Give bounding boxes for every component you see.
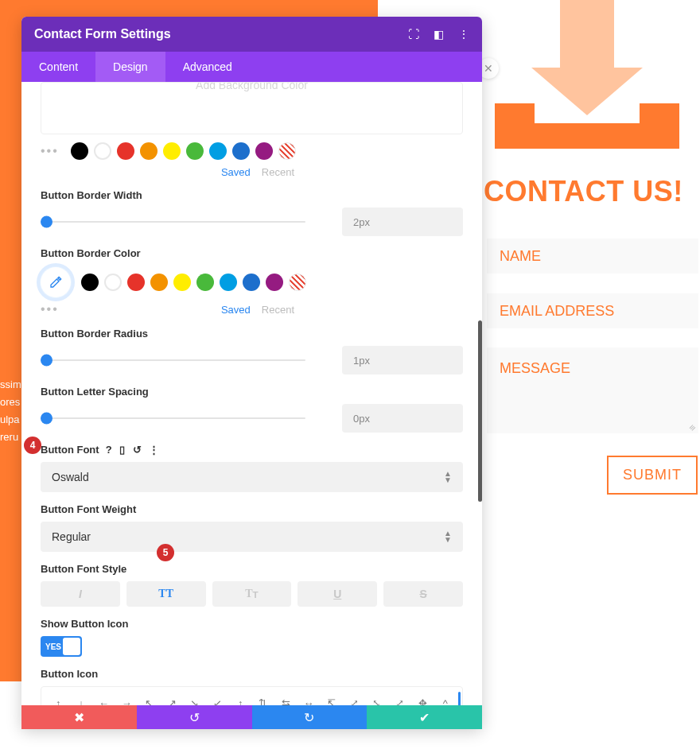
border-radius-slider[interactable] [41,352,305,368]
swatch-orange[interactable] [140,142,158,160]
cancel-button[interactable]: ✖ [21,705,137,729]
swatch-purple[interactable] [266,274,283,291]
label-font-weight: Button Font Weight [41,503,463,515]
swatch-yellow[interactable] [163,142,181,160]
label-button-icon: Button Icon [41,668,463,680]
message-field[interactable]: MESSAGE≡ [487,347,698,433]
label-border-color: Button Border Color [41,247,463,259]
callout-badge-5: 5 [157,544,174,561]
modal-tabs: Content Design Advanced [21,52,482,82]
underline-button[interactable]: U [298,581,377,607]
smallcaps-button[interactable]: TT [212,581,292,607]
options-icon[interactable]: ⋮ [149,444,159,456]
label-border-radius: Button Border Radius [41,328,463,340]
reset-icon[interactable]: ↺ [133,444,142,456]
swatch-transparent[interactable] [278,142,296,160]
expand-icon[interactable]: ⛶ [408,28,419,41]
swatch-blue[interactable] [232,142,250,160]
font-select[interactable]: Oswald▲▼ [41,462,463,492]
border-width-value[interactable]: 2px [342,208,463,236]
background-color-preview[interactable]: Add Background Color [41,82,463,134]
swatch-blue[interactable] [243,274,260,291]
callout-badge-4: 4 [24,437,41,454]
swatch-black[interactable] [71,142,88,160]
download-arrow-graphic [495,0,679,151]
submit-button[interactable]: SUBMIT [607,456,698,495]
swatch-red[interactable] [117,142,134,160]
swatch-purple[interactable] [255,142,273,160]
contact-heading: CONTACT US! [484,175,683,208]
label-letter-spacing: Button Letter Spacing [41,386,463,398]
recent-tab[interactable]: Recent [262,166,294,178]
border-radius-value[interactable]: 1px [342,346,463,374]
modal-title: Contact Form Settings [34,27,171,41]
saved-tab[interactable]: Saved [221,166,251,178]
tab-advanced[interactable]: Advanced [165,52,250,82]
border-width-slider[interactable] [41,214,305,230]
more-colors-icon[interactable]: ••• [41,302,59,316]
more-colors-icon[interactable]: ••• [41,144,59,158]
swatch-red[interactable] [127,274,145,291]
modal-footer: ✖ ↺ ↻ ✔ [21,705,482,729]
swatch-green[interactable] [186,142,204,160]
swatch-orange[interactable] [150,274,168,291]
responsive-icon[interactable]: ▯ [119,444,125,456]
letter-spacing-slider[interactable] [41,410,305,426]
tab-content[interactable]: Content [21,52,95,82]
label-border-width: Button Border Width [41,189,463,201]
scrollbar-thumb[interactable] [478,320,482,502]
icon-grid-scrollbar[interactable] [458,692,461,706]
label-font-style: Button Font Style [41,563,463,575]
label-show-icon: Show Button Icon [41,618,463,630]
show-icon-toggle[interactable]: YES [41,636,82,657]
swatch-white[interactable] [104,274,122,291]
strikethrough-button[interactable]: S [383,581,463,607]
swatch-yellow[interactable] [173,274,191,291]
uppercase-button[interactable]: TT [126,581,206,607]
swatch-teal[interactable] [220,274,237,291]
recent-tab[interactable]: Recent [262,304,294,316]
bg-color-swatches: ••• [41,142,463,160]
letter-spacing-value[interactable]: 0px [342,404,463,433]
undo-button[interactable]: ↺ [137,705,252,729]
italic-button[interactable]: I [41,581,120,607]
modal-body: Add Background Color ••• Saved Recent Bu… [21,82,482,728]
email-field[interactable]: EMAIL ADDRESS [487,293,698,328]
modal-header: Contact Form Settings ⛶ ◧ ⋮ [21,17,482,52]
snap-icon[interactable]: ◧ [434,28,444,41]
saved-tab[interactable]: Saved [221,304,251,316]
swatch-teal[interactable] [209,142,227,160]
menu-icon[interactable]: ⋮ [458,28,469,41]
swatch-transparent[interactable] [289,274,306,291]
swatch-black[interactable] [81,274,99,291]
confirm-button[interactable]: ✔ [367,705,482,729]
swatch-green[interactable] [196,274,214,291]
border-color-swatches [41,267,463,297]
label-button-font: Button Font ? ▯ ↺ ⋮ [41,444,463,456]
tab-design[interactable]: Design [95,52,165,82]
help-icon[interactable]: ? [106,444,112,456]
font-weight-select[interactable]: Regular▲▼ [41,522,463,552]
swatch-white[interactable] [94,142,111,160]
eyedropper-icon[interactable] [41,267,71,297]
redo-button[interactable]: ↻ [252,705,368,729]
name-field[interactable]: NAME [487,239,698,274]
settings-modal: Contact Form Settings ⛶ ◧ ⋮ Content Desi… [21,17,482,728]
